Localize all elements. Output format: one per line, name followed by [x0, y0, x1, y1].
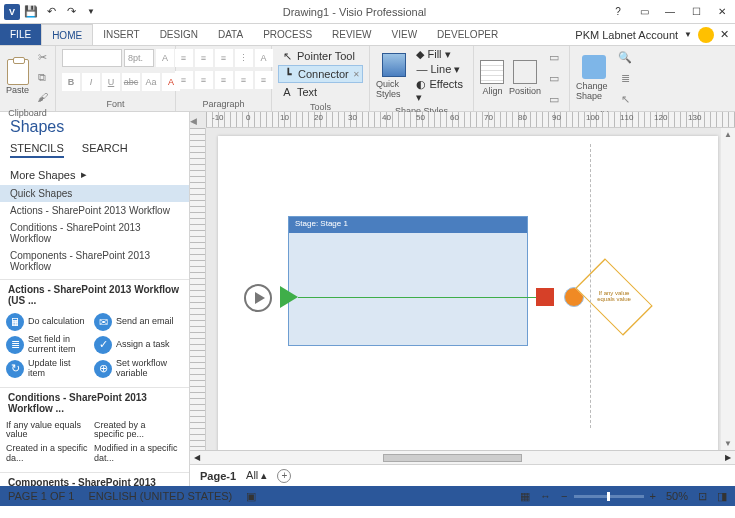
stage-shape[interactable]: Stage: Stage 1	[288, 216, 528, 346]
start-arrow[interactable]	[280, 286, 298, 308]
indent-inc-icon[interactable]: ≡	[255, 71, 273, 89]
format-painter-icon[interactable]: 🖌	[33, 88, 51, 106]
align-top-icon[interactable]: ≡	[175, 49, 193, 67]
ribbon-collapse-icon[interactable]: ▭	[631, 0, 657, 24]
tab-data[interactable]: DATA	[208, 24, 253, 45]
tab-file[interactable]: FILE	[0, 24, 41, 45]
add-page-button[interactable]: +	[277, 469, 291, 483]
fit-page-icon[interactable]: ⊡	[698, 490, 707, 503]
bold-button[interactable]: B	[62, 73, 80, 91]
bullets-icon[interactable]: ⋮	[235, 49, 253, 67]
shape-created-by[interactable]: 👤Created by a specific pe...	[92, 419, 180, 443]
align-middle-icon[interactable]: ≡	[195, 49, 213, 67]
layers-icon[interactable]: ≣	[616, 69, 634, 87]
stencils-tab[interactable]: STENCILS	[10, 142, 64, 158]
group-icon[interactable]: ▭	[545, 90, 563, 108]
align-right-icon[interactable]: ≡	[215, 71, 233, 89]
end-shape[interactable]	[536, 288, 554, 306]
account-name[interactable]: PKM Labnet Account	[575, 29, 678, 41]
horizontal-scrollbar[interactable]: ◀▶	[190, 450, 735, 464]
diamond-shape[interactable]: If any value equals value	[588, 276, 640, 318]
shape-if-value[interactable]: =If any value equals value	[4, 419, 92, 443]
effects-button[interactable]: ◐ Effects ▾	[416, 78, 467, 104]
tab-home[interactable]: HOME	[41, 24, 93, 45]
change-shape-button[interactable]: Change Shape	[576, 55, 612, 101]
connector-tool[interactable]: ┗Connector✕	[278, 65, 363, 83]
underline-button[interactable]: U	[102, 73, 120, 91]
tab-review[interactable]: REVIEW	[322, 24, 381, 45]
collapse-pane-icon[interactable]: ◀	[190, 116, 197, 126]
copy-icon[interactable]: ⧉	[33, 68, 51, 86]
redo-icon[interactable]: ↷	[62, 3, 80, 21]
align-center-icon[interactable]: ≡	[195, 71, 213, 89]
orientation-icon[interactable]: A	[255, 49, 273, 67]
shape-update-list[interactable]: ↻Update list item	[4, 357, 92, 381]
minimize-icon[interactable]: —	[657, 0, 683, 24]
more-shapes[interactable]: More Shapes▸	[0, 164, 189, 185]
tab-process[interactable]: PROCESS	[253, 24, 322, 45]
send-back-icon[interactable]: ▭	[545, 69, 563, 87]
cat-components[interactable]: Components - SharePoint 2013 Workflow	[0, 247, 189, 275]
page-tab[interactable]: Page-1	[200, 470, 236, 482]
maximize-icon[interactable]: ☐	[683, 0, 709, 24]
shape-do-calc[interactable]: 🖩Do calculation	[4, 311, 92, 333]
font-size-input[interactable]: 8pt.	[124, 49, 154, 67]
zoom-slider[interactable]: − +	[561, 490, 656, 502]
tab-developer[interactable]: DEVELOPER	[427, 24, 508, 45]
full-screen-icon[interactable]: ◨	[717, 490, 727, 503]
close-account-icon[interactable]: ✕	[720, 28, 729, 41]
feedback-icon[interactable]	[698, 27, 714, 43]
cut-icon[interactable]: ✂	[33, 48, 51, 66]
cat-actions[interactable]: Actions - SharePoint 2013 Workflow	[0, 202, 189, 219]
align-bottom-icon[interactable]: ≡	[215, 49, 233, 67]
start-shape[interactable]	[244, 284, 272, 312]
italic-button[interactable]: I	[82, 73, 100, 91]
undo-icon[interactable]: ↶	[42, 3, 60, 21]
fill-button[interactable]: ◆ Fill ▾	[416, 48, 467, 61]
account-dropdown-icon[interactable]: ▼	[684, 30, 692, 39]
help-icon[interactable]: ?	[605, 0, 631, 24]
position-button[interactable]: Position	[509, 60, 541, 96]
shape-send-email[interactable]: ✉Send an email	[92, 311, 180, 333]
tab-design[interactable]: DESIGN	[150, 24, 208, 45]
fit-width-icon[interactable]: ↔	[540, 490, 551, 502]
vertical-scrollbar[interactable]: ▲▼	[721, 128, 735, 450]
select-icon[interactable]: ↖	[616, 90, 634, 108]
zoom-value[interactable]: 50%	[666, 490, 688, 502]
presentation-mode-icon[interactable]: ▦	[520, 490, 530, 503]
font-size-dropdown[interactable]: Aa	[142, 73, 160, 91]
cat-conditions[interactable]: Conditions - SharePoint 2013 Workflow	[0, 219, 189, 247]
paste-button[interactable]: Paste	[6, 59, 29, 95]
find-icon[interactable]: 🔍	[616, 48, 634, 66]
pointer-tool[interactable]: ↖Pointer Tool	[278, 48, 363, 64]
shape-set-field[interactable]: ≣Set field in current item	[4, 333, 92, 357]
save-icon[interactable]: 💾	[22, 3, 40, 21]
tab-insert[interactable]: INSERT	[93, 24, 150, 45]
shape-created-date[interactable]: 📅Created in a specific da...	[4, 442, 92, 466]
qat-more-icon[interactable]: ▼	[82, 3, 100, 21]
cat-quick-shapes[interactable]: Quick Shapes	[0, 185, 189, 202]
text-tool[interactable]: AText	[278, 84, 363, 100]
shape-modified-date[interactable]: 📅Modified in a specific dat...	[92, 442, 180, 466]
font-name-input[interactable]	[62, 49, 122, 67]
connector-line[interactable]	[298, 297, 538, 298]
line-button[interactable]: — Line ▾	[416, 63, 467, 76]
bring-front-icon[interactable]: ▭	[545, 48, 563, 66]
search-tab[interactable]: SEARCH	[82, 142, 128, 158]
zoom-in-icon[interactable]: +	[650, 490, 656, 502]
zoom-out-icon[interactable]: −	[561, 490, 567, 502]
record-macro-icon[interactable]: ▣	[246, 490, 256, 503]
grow-font-icon[interactable]: A	[156, 49, 174, 67]
shape-assign-task[interactable]: ✓Assign a task	[92, 333, 180, 357]
indent-dec-icon[interactable]: ≡	[235, 71, 253, 89]
align-button[interactable]: Align	[480, 60, 505, 96]
align-left-icon[interactable]: ≡	[175, 71, 193, 89]
shape-set-var[interactable]: ⊕Set workflow variable	[92, 357, 180, 381]
close-icon[interactable]: ✕	[709, 0, 735, 24]
all-pages[interactable]: All ▴	[246, 469, 267, 482]
quick-styles-button[interactable]: Quick Styles	[376, 53, 412, 99]
strike-button[interactable]: abc	[122, 73, 140, 91]
status-lang[interactable]: ENGLISH (UNITED STATES)	[88, 490, 232, 502]
tab-view[interactable]: VIEW	[382, 24, 428, 45]
canvas[interactable]: Stage: Stage 1 If any value equals value…	[206, 128, 735, 450]
